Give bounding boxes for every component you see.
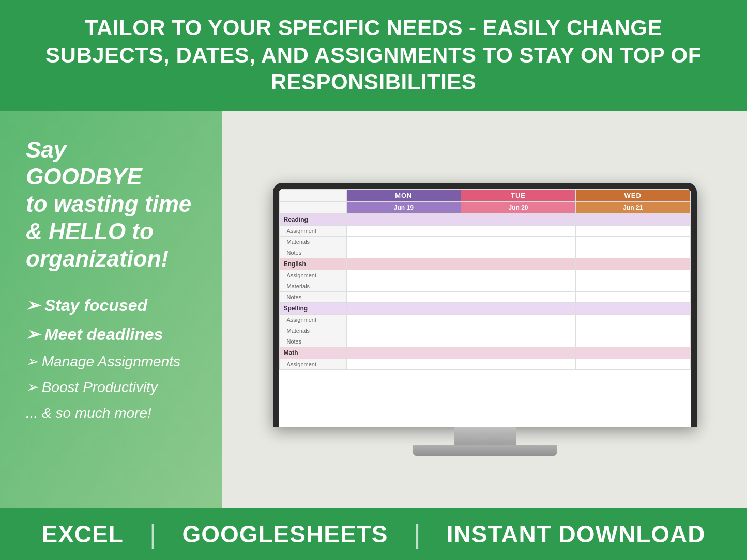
rm-wed xyxy=(575,236,690,247)
subject-english-row: English xyxy=(279,258,690,270)
ra-wed xyxy=(575,225,690,236)
sn-tue xyxy=(461,336,576,347)
right-panel: MON TUE WED Jun 19 Jun 20 Jun 21 xyxy=(222,111,747,518)
sm-tue xyxy=(461,325,576,336)
spelling-label: Spelling xyxy=(279,302,346,314)
date-tue: Jun 20 xyxy=(461,201,576,213)
sa-wed xyxy=(575,314,690,325)
subject-spelling-row: Spelling xyxy=(279,302,690,314)
sn-mon xyxy=(346,336,461,347)
ea-mon xyxy=(346,270,461,281)
wasting-line: to wasting time xyxy=(26,191,191,216)
en-wed xyxy=(575,291,690,302)
rm-tue xyxy=(461,236,576,247)
feature-3: ➢ Manage Assignments xyxy=(26,351,202,372)
org-line: organization! xyxy=(26,246,169,271)
col-empty xyxy=(279,189,346,201)
col-mon: MON xyxy=(346,189,461,201)
spelling-materials-row: Materials xyxy=(279,325,690,336)
monitor: MON TUE WED Jun 19 Jun 20 Jun 21 xyxy=(273,183,697,456)
header-row: MON TUE WED xyxy=(279,189,690,201)
rn-wed xyxy=(575,247,690,258)
ea-tue xyxy=(461,270,576,281)
rn-mon xyxy=(346,247,461,258)
ea-wed xyxy=(575,270,690,281)
spelling-materials-label: Materials xyxy=(279,325,346,336)
footer-googlesheets: GOOGLESHEETS xyxy=(182,520,388,548)
schedule-table: MON TUE WED Jun 19 Jun 20 Jun 21 xyxy=(279,189,691,370)
footer-excel: EXCEL xyxy=(42,520,124,548)
spreadsheet: MON TUE WED Jun 19 Jun 20 Jun 21 xyxy=(279,189,691,427)
english-materials-row: Materials xyxy=(279,281,690,291)
subject-reading-row: Reading xyxy=(279,213,690,225)
feature-1: ➢ Stay focused xyxy=(26,293,202,318)
en-mon xyxy=(346,291,461,302)
reading-wed xyxy=(575,213,690,225)
spelling-wed xyxy=(575,302,690,314)
goodbye-text: Say GOODBYE to wasting time & HELLO to o… xyxy=(26,136,202,273)
footer-divider-1: | xyxy=(149,519,157,550)
feature-4: ➢ Boost Productivity xyxy=(26,377,202,398)
em-mon xyxy=(346,281,461,291)
rm-mon xyxy=(346,236,461,247)
reading-label: Reading xyxy=(279,213,346,225)
reading-assignment-label: Assignment xyxy=(279,225,346,236)
page-wrapper: TAILOR TO YOUR SPECIFIC NEEDS - EASILY C… xyxy=(0,0,747,560)
footer-divider-2: | xyxy=(414,519,421,550)
hello-line: & HELLO to xyxy=(26,219,154,244)
monitor-base xyxy=(413,445,557,456)
math-assignment-row: Assignment xyxy=(279,359,690,369)
math-tue xyxy=(461,347,576,359)
date-mon: Jun 19 xyxy=(346,201,461,213)
spelling-tue xyxy=(461,302,576,314)
col-wed: WED xyxy=(575,189,690,201)
reading-notes-label: Notes xyxy=(279,247,346,258)
say-line: Say xyxy=(26,136,202,164)
sa-tue xyxy=(461,314,576,325)
sm-wed xyxy=(575,325,690,336)
spelling-assignment-label: Assignment xyxy=(279,314,346,325)
footer-banner: EXCEL | GOOGLESHEETS | INSTANT DOWNLOAD xyxy=(0,508,747,560)
reading-materials-label: Materials xyxy=(279,236,346,247)
english-notes-row: Notes xyxy=(279,291,690,302)
header-banner: TAILOR TO YOUR SPECIFIC NEEDS - EASILY C… xyxy=(0,0,747,111)
english-assignment-label: Assignment xyxy=(279,270,346,281)
ra-tue xyxy=(461,225,576,236)
ma-tue xyxy=(461,359,576,369)
reading-assignment-row: Assignment xyxy=(279,225,690,236)
sa-mon xyxy=(346,314,461,325)
screen-inner: MON TUE WED Jun 19 Jun 20 Jun 21 xyxy=(279,189,691,427)
math-label: Math xyxy=(279,347,346,359)
left-panel: Say GOODBYE to wasting time & HELLO to o… xyxy=(0,111,222,518)
math-assignment-label: Assignment xyxy=(279,359,346,369)
spelling-assignment-row: Assignment xyxy=(279,314,690,325)
em-wed xyxy=(575,281,690,291)
reading-notes-row: Notes xyxy=(279,247,690,258)
sm-mon xyxy=(346,325,461,336)
english-mon xyxy=(346,258,461,270)
reading-materials-row: Materials xyxy=(279,236,690,247)
monitor-screen: MON TUE WED Jun 19 Jun 20 Jun 21 xyxy=(273,183,697,427)
english-notes-label: Notes xyxy=(279,291,346,302)
date-row: Jun 19 Jun 20 Jun 21 xyxy=(279,201,690,213)
english-materials-label: Materials xyxy=(279,281,346,291)
sn-wed xyxy=(575,336,690,347)
ra-mon xyxy=(346,225,461,236)
rn-tue xyxy=(461,247,576,258)
reading-mon xyxy=(346,213,461,225)
subject-math-row: Math xyxy=(279,347,690,359)
english-wed xyxy=(575,258,690,270)
header-title: TAILOR TO YOUR SPECIFIC NEEDS - EASILY C… xyxy=(31,14,716,96)
english-assignment-row: Assignment xyxy=(279,270,690,281)
date-empty xyxy=(279,201,346,213)
spelling-mon xyxy=(346,302,461,314)
math-wed xyxy=(575,347,690,359)
em-tue xyxy=(461,281,576,291)
date-wed: Jun 21 xyxy=(575,201,690,213)
ma-wed xyxy=(575,359,690,369)
english-label: English xyxy=(279,258,346,270)
col-tue: TUE xyxy=(461,189,576,201)
spelling-notes-label: Notes xyxy=(279,336,346,347)
features-list: ➢ Stay focused ➢ Meet deadlines ➢ Manage… xyxy=(26,293,202,428)
english-tue xyxy=(461,258,576,270)
